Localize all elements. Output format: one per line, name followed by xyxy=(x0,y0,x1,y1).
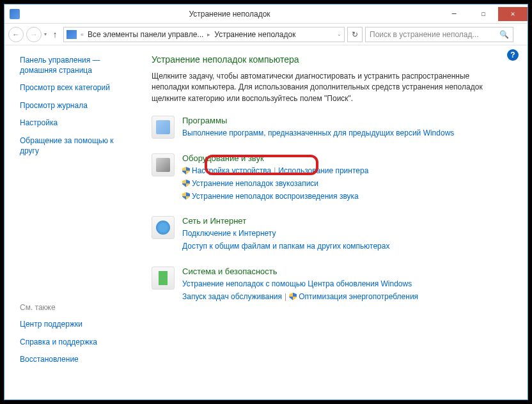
up-button[interactable]: ↑ xyxy=(49,29,61,40)
link-audio-playback[interactable]: Устранение неполадок воспроизведения зву… xyxy=(192,192,359,201)
breadcrumb-seg2[interactable]: Устранение неполадок xyxy=(214,30,295,39)
app-icon xyxy=(10,9,20,19)
back-button[interactable]: ← xyxy=(8,27,24,42)
forward-button[interactable]: → xyxy=(26,27,42,42)
link-power-optimization[interactable]: Оптимизация энергопотребления xyxy=(299,292,418,301)
category-system-title[interactable]: Система и безопасность xyxy=(182,267,278,276)
maximize-button[interactable]: ☐ xyxy=(469,7,498,21)
category-network-title[interactable]: Сеть и Интернет xyxy=(182,216,246,226)
page-heading: Устранение неполадок компьютера xyxy=(152,54,515,65)
sidebar-link-action-center[interactable]: Центр поддержки xyxy=(20,320,132,330)
category-network: Сеть и Интернет Подключение к Интернету … xyxy=(152,216,515,254)
sidebar-link-history[interactable]: Просмотр журнала xyxy=(20,101,132,111)
address-bar[interactable]: « Все элементы панели управле... ▸ Устра… xyxy=(63,27,345,42)
close-button[interactable]: ✕ xyxy=(498,7,528,21)
control-panel-icon xyxy=(66,30,77,39)
category-system: Система и безопасность Устранение непола… xyxy=(152,267,515,304)
shield-icon xyxy=(289,293,297,300)
sidebar-link-recovery[interactable]: Восстановление xyxy=(20,355,132,365)
sidebar: Панель управления — домашняя страница Пр… xyxy=(4,45,132,400)
search-input[interactable]: Поиск в устранение неполад... 🔍 xyxy=(365,27,513,42)
sidebar-home-link[interactable]: Панель управления — домашняя страница xyxy=(20,56,132,75)
address-dropdown-icon[interactable]: ⌄ xyxy=(337,31,341,37)
breadcrumb-seg1[interactable]: Все элементы панели управле... xyxy=(88,30,203,39)
sidebar-link-settings[interactable]: Настройка xyxy=(20,118,132,128)
link-use-printer[interactable]: Использование принтера xyxy=(278,166,368,175)
link-shared-files[interactable]: Доступ к общим файлам и папкам на других… xyxy=(182,242,389,251)
system-icon xyxy=(152,267,175,290)
window: Устранение неполадок ─ ☐ ✕ ← → ▾ ↑ « Все… xyxy=(4,4,528,400)
search-icon: 🔍 xyxy=(499,30,509,39)
shield-icon xyxy=(182,192,190,200)
network-icon xyxy=(152,216,175,239)
shield-icon xyxy=(182,180,190,187)
breadcrumb-chevron-icon: « xyxy=(79,31,85,38)
intro-text: Щелкните задачу, чтобы автоматически диа… xyxy=(152,71,484,104)
breadcrumb-chevron-icon: ▸ xyxy=(206,31,212,38)
category-hardware: Оборудование и звук Настройка устройства… xyxy=(152,153,515,203)
link-configure-device[interactable]: Настройка устройства xyxy=(192,166,271,175)
link-internet-connection[interactable]: Подключение к Интернету xyxy=(182,229,276,238)
window-title: Устранение неполадок xyxy=(20,10,439,19)
sidebar-link-remote-assist[interactable]: Обращение за помощью к другу xyxy=(20,136,132,156)
toolbar: ← → ▾ ↑ « Все элементы панели управле...… xyxy=(4,24,528,45)
link-maintenance-tasks[interactable]: Запуск задач обслуживания xyxy=(182,292,282,301)
minimize-button[interactable]: ─ xyxy=(439,7,469,21)
main-panel: ? Устранение неполадок компьютера Щелкни… xyxy=(132,45,528,400)
category-hardware-title[interactable]: Оборудование и звук xyxy=(182,153,264,163)
hardware-icon xyxy=(152,153,175,176)
link-run-legacy-programs[interactable]: Выполнение программ, предназначенных для… xyxy=(182,128,454,137)
programs-icon xyxy=(152,116,175,139)
see-also-header: См. также xyxy=(20,303,132,312)
titlebar: Устранение неполадок ─ ☐ ✕ xyxy=(4,4,528,24)
help-icon[interactable]: ? xyxy=(507,49,519,61)
search-placeholder: Поиск в устранение неполад... xyxy=(370,30,479,39)
category-programs-title[interactable]: Программы xyxy=(182,116,227,125)
window-controls: ─ ☐ ✕ xyxy=(439,7,528,21)
sidebar-link-all-categories[interactable]: Просмотр всех категорий xyxy=(20,83,132,93)
shield-icon xyxy=(182,167,190,175)
link-audio-recording[interactable]: Устранение неполадок звукозаписи xyxy=(192,179,318,188)
link-windows-update[interactable]: Устранение неполадок с помощью Центра об… xyxy=(182,279,412,288)
category-programs: Программы Выполнение программ, предназна… xyxy=(152,116,515,141)
history-dropdown-icon[interactable]: ▾ xyxy=(44,31,47,37)
sidebar-link-help-support[interactable]: Справка и поддержка xyxy=(20,338,132,348)
refresh-button[interactable]: ↻ xyxy=(347,27,363,42)
content-area: Панель управления — домашняя страница Пр… xyxy=(4,45,528,400)
